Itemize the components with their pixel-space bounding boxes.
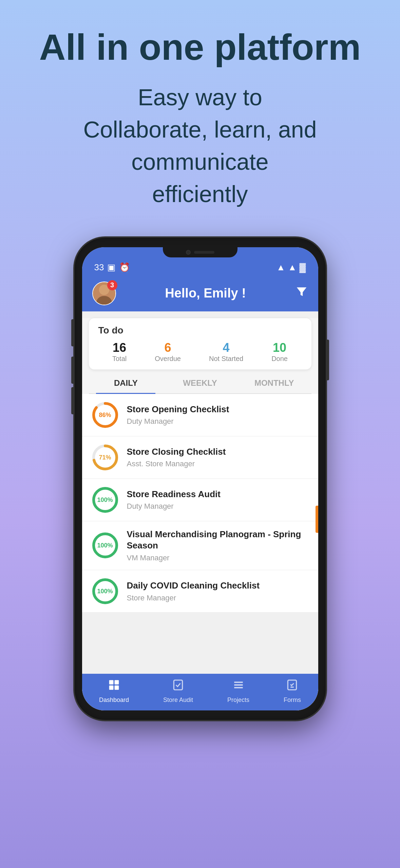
dashboard-icon — [108, 679, 120, 694]
nav-store-audit[interactable]: Store Audit — [163, 679, 193, 704]
hero-subtitle: Easy way toCollaborate, learn, andcommun… — [27, 81, 373, 211]
task-role-2: Asst. Store Manager — [127, 459, 309, 468]
app-header-title: Hello, Emily ! — [165, 286, 246, 301]
wifi-signal-icon: ▲ — [288, 262, 297, 273]
progress-text-2: 71% — [99, 454, 111, 461]
notification-badge: 3 — [107, 280, 117, 290]
status-bar-left: 33 ▣ ⏰ — [94, 262, 130, 273]
phone-mockup: 33 ▣ ⏰ ▲ ▲ ▓ — [75, 238, 326, 720]
svg-rect-13 — [109, 680, 114, 685]
task-info-1: Store Opening Checklist Duty Manager — [127, 404, 309, 426]
progress-text-4: 100% — [97, 542, 113, 549]
notch-area — [82, 247, 318, 257]
progress-text-3: 100% — [97, 496, 113, 503]
task-role-3: Duty Manager — [127, 502, 309, 511]
progress-text-1: 86% — [99, 411, 111, 418]
task-item[interactable]: 86% Store Opening Checklist Duty Manager — [82, 394, 318, 436]
status-bar-right: ▲ ▲ ▓ — [277, 262, 306, 273]
tab-weekly[interactable]: WEEKLY — [163, 373, 237, 393]
wifi-icon: ▣ — [107, 262, 116, 273]
task-list: 86% Store Opening Checklist Duty Manager — [82, 394, 318, 674]
task-role-1: Duty Manager — [127, 417, 309, 426]
status-bar: 33 ▣ ⏰ ▲ ▲ ▓ — [82, 257, 318, 275]
progress-circle-1: 86% — [92, 401, 119, 429]
notch — [163, 247, 237, 257]
svg-rect-14 — [115, 680, 119, 685]
stat-done: 10 Done — [271, 341, 288, 363]
store-audit-icon — [172, 679, 185, 694]
nav-projects[interactable]: Projects — [227, 679, 249, 704]
task-name-3: Store Readiness Audit — [127, 489, 309, 500]
battery-icon: ▓ — [300, 262, 306, 273]
notch-speaker — [194, 251, 214, 254]
nav-forms[interactable]: Forms — [284, 679, 301, 704]
stat-not-started-label: Not Started — [209, 355, 243, 363]
stat-overdue-number: 6 — [155, 341, 181, 355]
todo-title: To do — [98, 325, 302, 336]
task-info-3: Store Readiness Audit Duty Manager — [127, 489, 309, 511]
task-name-2: Store Closing Checklist — [127, 446, 309, 458]
hero-title: All in one platform — [27, 27, 373, 68]
filter-icon[interactable] — [295, 285, 308, 301]
projects-icon — [232, 679, 245, 694]
stat-overdue-label: Overdue — [155, 355, 181, 363]
bottom-nav: Dashboard Store Audit — [82, 674, 318, 710]
task-role-5: Store Manager — [127, 594, 309, 602]
notch-camera — [186, 250, 191, 255]
stat-total-number: 16 — [112, 341, 127, 355]
tab-daily[interactable]: DAILY — [89, 373, 163, 393]
stat-not-started: 4 Not Started — [209, 341, 243, 363]
stat-done-number: 10 — [271, 341, 288, 355]
task-name-4: Visual Merchandising Planogram - Spring … — [127, 529, 309, 552]
stat-total-label: Total — [112, 355, 127, 363]
nav-dashboard-label: Dashboard — [99, 697, 129, 704]
progress-text-5: 100% — [97, 588, 113, 595]
status-time: 33 — [94, 262, 104, 273]
stat-not-started-number: 4 — [209, 341, 243, 355]
progress-circle-5: 100% — [92, 578, 119, 605]
app-header: 3 Hello, Emily ! — [82, 275, 318, 311]
phone-outer: 33 ▣ ⏰ ▲ ▲ ▓ — [75, 238, 326, 720]
todo-stats: 16 Total 6 Overdue 4 Not Started 10 — [98, 341, 302, 363]
stat-done-label: Done — [271, 355, 288, 363]
task-info-2: Store Closing Checklist Asst. Store Mana… — [127, 446, 309, 469]
tab-monthly[interactable]: MONTHLY — [237, 373, 311, 393]
task-item[interactable]: 71% Store Closing Checklist Asst. Store … — [82, 436, 318, 479]
task-info-5: Daily COVID Cleaning Checklist Store Man… — [127, 580, 309, 602]
tabs: DAILY WEEKLY MONTHLY — [89, 373, 311, 394]
task-item[interactable]: 100% Visual Merchandising Planogram - Sp… — [82, 521, 318, 571]
forms-icon — [286, 679, 299, 694]
svg-rect-16 — [115, 686, 119, 690]
empty-area — [82, 613, 318, 674]
alarm-icon: ⏰ — [119, 262, 130, 273]
stat-overdue: 6 Overdue — [155, 341, 181, 363]
avatar-container[interactable]: 3 — [92, 282, 116, 305]
main-content: To do 16 Total 6 Overdue 4 Not Started — [82, 318, 318, 711]
todo-card: To do 16 Total 6 Overdue 4 Not Started — [89, 318, 311, 369]
progress-circle-4: 100% — [92, 532, 119, 559]
progress-circle-2: 71% — [92, 444, 119, 471]
stat-total: 16 Total — [112, 341, 127, 363]
nav-forms-label: Forms — [284, 697, 301, 704]
svg-rect-17 — [174, 680, 182, 690]
nav-store-audit-label: Store Audit — [163, 697, 193, 704]
task-info-4: Visual Merchandising Planogram - Spring … — [127, 529, 309, 563]
nav-projects-label: Projects — [227, 697, 249, 704]
hero-section: All in one platform Easy way toCollabora… — [0, 0, 400, 231]
nav-dashboard[interactable]: Dashboard — [99, 679, 129, 704]
phone-screen: 33 ▣ ⏰ ▲ ▲ ▓ — [82, 247, 318, 711]
task-role-4: VM Manager — [127, 554, 309, 562]
task-name-1: Store Opening Checklist — [127, 404, 309, 415]
svg-rect-15 — [109, 686, 114, 690]
scroll-indicator — [316, 506, 318, 533]
task-item[interactable]: 100% Store Readiness Audit Duty Manager — [82, 479, 318, 521]
task-item[interactable]: 100% Daily COVID Cleaning Checklist Stor… — [82, 570, 318, 613]
signal-icon: ▲ — [277, 262, 285, 273]
task-name-5: Daily COVID Cleaning Checklist — [127, 580, 309, 592]
progress-circle-3: 100% — [92, 486, 119, 513]
